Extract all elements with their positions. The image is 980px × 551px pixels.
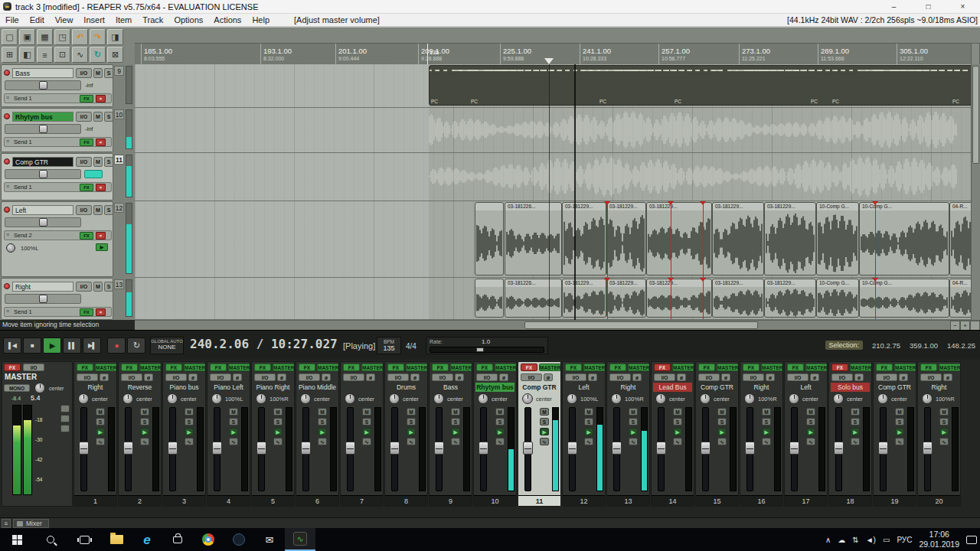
- track-lane[interactable]: 03-181226...03-181229...03-181229...03-1…: [135, 278, 971, 320]
- io-button[interactable]: I/O: [476, 373, 498, 381]
- io-button[interactable]: I/O: [343, 373, 364, 381]
- fader-thumb[interactable]: [434, 442, 444, 455]
- volume-fader[interactable]: [924, 407, 931, 491]
- mixer-track-name[interactable]: Piano Right: [253, 383, 292, 392]
- fx-button[interactable]: FX: [876, 364, 893, 371]
- channel-number[interactable]: 12: [563, 495, 605, 506]
- mixer-track-name[interactable]: Lead Bus: [653, 383, 692, 392]
- fader-thumb[interactable]: [656, 442, 666, 455]
- pan-knob[interactable]: [433, 393, 444, 404]
- track-number[interactable]: 11: [114, 155, 124, 165]
- track-lane[interactable]: [135, 108, 971, 153]
- monitor-button[interactable]: ▶: [96, 243, 108, 251]
- env-button[interactable]: ∿: [762, 438, 771, 445]
- io-button[interactable]: I/O: [76, 112, 92, 122]
- master-send-button[interactable]: MASTER: [939, 364, 961, 371]
- io-button[interactable]: I/O: [77, 373, 98, 381]
- solo-button[interactable]: S: [717, 418, 727, 425]
- audio-item[interactable]: 03-181229...: [562, 202, 606, 276]
- solo-button[interactable]: S: [584, 418, 593, 425]
- io-button[interactable]: I/O: [831, 373, 853, 381]
- vertical-scroll-thumb[interactable]: [972, 66, 979, 164]
- channel-number[interactable]: 2: [119, 495, 161, 506]
- tray-expand-icon[interactable]: ∧: [825, 536, 831, 544]
- chrome-icon[interactable]: [193, 528, 224, 551]
- audio-item[interactable]: 04-R...: [949, 279, 971, 318]
- env-button[interactable]: ∿: [806, 438, 815, 445]
- io-button[interactable]: I/O: [521, 373, 542, 381]
- edit-cursor-handle[interactable]: [544, 58, 554, 64]
- stretch-marker[interactable]: [671, 201, 671, 277]
- monitor-button[interactable]: ▶: [851, 428, 860, 435]
- env-button[interactable]: ∿: [185, 438, 194, 445]
- monitor-button[interactable]: ▶: [629, 428, 638, 435]
- menu-options[interactable]: Options: [168, 15, 208, 24]
- audio-item[interactable]: 03-181229...: [606, 202, 646, 276]
- master-send-button[interactable]: MASTER: [95, 364, 117, 371]
- ruler-tick[interactable]: 289.1.0011:53.666: [818, 44, 849, 64]
- fx-button[interactable]: FX: [920, 364, 937, 371]
- master-send-button[interactable]: MASTER: [717, 364, 739, 371]
- mute-button[interactable]: M: [895, 408, 904, 416]
- fx-button[interactable]: FX: [609, 364, 626, 371]
- volume-fader[interactable]: [258, 407, 265, 491]
- ruler-tick[interactable]: 257.1.0010:56.777: [658, 44, 690, 64]
- env-button[interactable]: ∿: [895, 438, 904, 445]
- channel-number[interactable]: 1: [74, 495, 116, 506]
- mixer-strip[interactable]: FXMASTERI/OøPiano buscenterMS▶∿3: [162, 361, 206, 507]
- io-button[interactable]: I/O: [565, 373, 586, 381]
- track-lane[interactable]: 03-181226...03-181229...03-181229...03-1…: [135, 201, 971, 278]
- master-send-button[interactable]: MASTER: [894, 364, 916, 371]
- volume-fader[interactable]: [702, 407, 709, 491]
- master-option-button[interactable]: [60, 425, 70, 432]
- reaper-taskbar-icon[interactable]: ∿: [285, 528, 315, 551]
- mute-button[interactable]: M: [93, 157, 103, 167]
- env-button[interactable]: ∿: [717, 438, 727, 445]
- mixer-strip[interactable]: FXMASTERI/OøLead BuscenterMS▶∿14: [651, 361, 694, 507]
- volume-fader[interactable]: [436, 407, 443, 491]
- solo-button[interactable]: S: [451, 418, 460, 425]
- channel-number[interactable]: 3: [163, 495, 205, 506]
- track-panel[interactable]: Rhytym busI/OMS-inf≡Send 1FX×: [1, 108, 113, 152]
- mixer-strip[interactable]: FXMASTERI/OøPiano MiddlecenterMS▶∿6: [296, 361, 339, 507]
- send-grip[interactable]: ≡: [6, 95, 9, 100]
- audio-item[interactable]: 03-181229...: [606, 279, 646, 318]
- mixer-strip[interactable]: FXMASTERI/OøReversecenterMS▶∿2: [118, 361, 162, 507]
- mixer-tab[interactable]: Mixer: [13, 519, 49, 528]
- env-button[interactable]: ∿: [407, 438, 416, 445]
- channel-number[interactable]: 17: [785, 495, 827, 506]
- channel-number[interactable]: 13: [607, 495, 649, 506]
- mixer-strip[interactable]: FXMASTERI/OøComp GTRcenterMS▶∿19: [873, 361, 916, 507]
- transport-pause-button[interactable]: ▌▌: [63, 337, 81, 354]
- io-button[interactable]: I/O: [76, 205, 92, 215]
- master-send-button[interactable]: MASTER: [273, 364, 295, 371]
- phase-button[interactable]: ø: [588, 373, 597, 381]
- mixer-track-name[interactable]: Comp GTR: [697, 383, 737, 392]
- horizontal-scrollbar[interactable]: − +: [135, 320, 980, 330]
- ruler-tick[interactable]: 185.1.008:03.555: [141, 44, 172, 64]
- mixer-track-name[interactable]: Piano Left: [209, 383, 248, 392]
- master-send-button[interactable]: MASTER: [850, 364, 872, 371]
- fader-thumb[interactable]: [789, 442, 799, 455]
- mute-button[interactable]: M: [495, 408, 505, 416]
- ruler-tick[interactable]: 225.1.009:59.888: [500, 44, 531, 64]
- env-button[interactable]: ∿: [362, 438, 371, 445]
- mute-button[interactable]: M: [273, 408, 283, 416]
- channel-number[interactable]: 8: [385, 495, 427, 506]
- track-name[interactable]: Left: [12, 205, 74, 215]
- pan-knob[interactable]: [389, 393, 400, 404]
- fx-button[interactable]: FX: [787, 364, 804, 371]
- pan-knob[interactable]: [655, 393, 666, 404]
- pan-knob[interactable]: [789, 393, 799, 404]
- phase-button[interactable]: ø: [632, 373, 642, 381]
- mute-button[interactable]: M: [185, 408, 194, 416]
- stretch-marker[interactable]: [607, 201, 608, 277]
- solo-button[interactable]: S: [407, 418, 416, 425]
- monitor-button[interactable]: ▶: [762, 428, 771, 435]
- channel-number[interactable]: 4: [207, 495, 250, 506]
- solo-button[interactable]: S: [318, 418, 327, 425]
- volume-fader[interactable]: [5, 124, 81, 134]
- io-button[interactable]: I/O: [743, 373, 764, 381]
- solo-button[interactable]: S: [273, 418, 283, 425]
- ruler-tick[interactable]: 193.1.008:32.000: [260, 44, 292, 64]
